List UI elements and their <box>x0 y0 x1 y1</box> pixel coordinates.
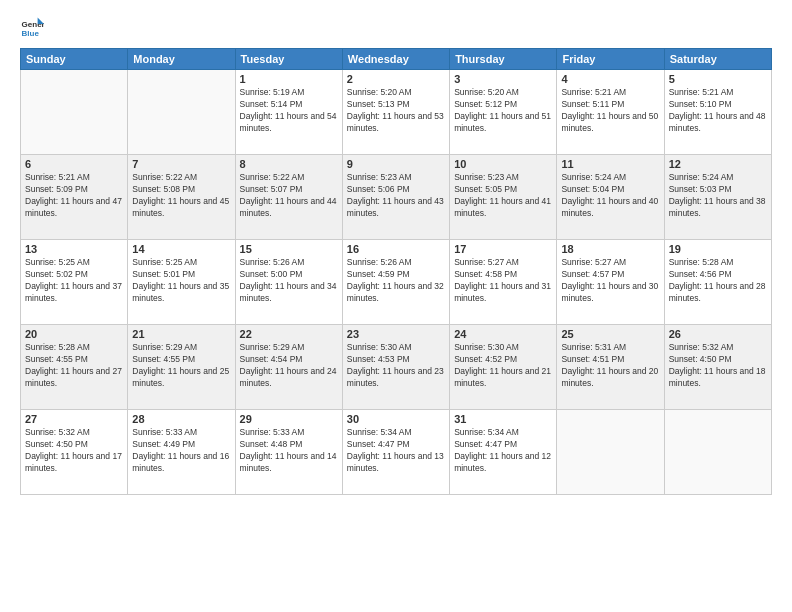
day-info: Sunrise: 5:27 AM Sunset: 4:58 PM Dayligh… <box>454 257 552 305</box>
day-number: 8 <box>240 158 338 170</box>
calendar-cell: 18Sunrise: 5:27 AM Sunset: 4:57 PM Dayli… <box>557 240 664 325</box>
day-info: Sunrise: 5:24 AM Sunset: 5:03 PM Dayligh… <box>669 172 767 220</box>
day-number: 9 <box>347 158 445 170</box>
calendar-week-row: 6Sunrise: 5:21 AM Sunset: 5:09 PM Daylig… <box>21 155 772 240</box>
calendar-table: SundayMondayTuesdayWednesdayThursdayFrid… <box>20 48 772 495</box>
calendar-cell: 25Sunrise: 5:31 AM Sunset: 4:51 PM Dayli… <box>557 325 664 410</box>
calendar-day-header: Sunday <box>21 49 128 70</box>
calendar-cell <box>664 410 771 495</box>
day-number: 25 <box>561 328 659 340</box>
calendar-cell: 20Sunrise: 5:28 AM Sunset: 4:55 PM Dayli… <box>21 325 128 410</box>
day-number: 27 <box>25 413 123 425</box>
day-info: Sunrise: 5:33 AM Sunset: 4:48 PM Dayligh… <box>240 427 338 475</box>
day-info: Sunrise: 5:33 AM Sunset: 4:49 PM Dayligh… <box>132 427 230 475</box>
calendar-cell: 26Sunrise: 5:32 AM Sunset: 4:50 PM Dayli… <box>664 325 771 410</box>
day-number: 28 <box>132 413 230 425</box>
day-info: Sunrise: 5:34 AM Sunset: 4:47 PM Dayligh… <box>454 427 552 475</box>
calendar-week-row: 20Sunrise: 5:28 AM Sunset: 4:55 PM Dayli… <box>21 325 772 410</box>
calendar-cell: 1Sunrise: 5:19 AM Sunset: 5:14 PM Daylig… <box>235 70 342 155</box>
day-info: Sunrise: 5:20 AM Sunset: 5:12 PM Dayligh… <box>454 87 552 135</box>
calendar-cell: 11Sunrise: 5:24 AM Sunset: 5:04 PM Dayli… <box>557 155 664 240</box>
day-number: 20 <box>25 328 123 340</box>
calendar-header-row: SundayMondayTuesdayWednesdayThursdayFrid… <box>21 49 772 70</box>
calendar-cell: 14Sunrise: 5:25 AM Sunset: 5:01 PM Dayli… <box>128 240 235 325</box>
day-number: 1 <box>240 73 338 85</box>
day-number: 30 <box>347 413 445 425</box>
day-info: Sunrise: 5:24 AM Sunset: 5:04 PM Dayligh… <box>561 172 659 220</box>
calendar-day-header: Tuesday <box>235 49 342 70</box>
day-number: 24 <box>454 328 552 340</box>
calendar-cell: 16Sunrise: 5:26 AM Sunset: 4:59 PM Dayli… <box>342 240 449 325</box>
day-info: Sunrise: 5:32 AM Sunset: 4:50 PM Dayligh… <box>25 427 123 475</box>
day-info: Sunrise: 5:26 AM Sunset: 5:00 PM Dayligh… <box>240 257 338 305</box>
day-info: Sunrise: 5:21 AM Sunset: 5:09 PM Dayligh… <box>25 172 123 220</box>
calendar-cell: 19Sunrise: 5:28 AM Sunset: 4:56 PM Dayli… <box>664 240 771 325</box>
calendar-cell: 21Sunrise: 5:29 AM Sunset: 4:55 PM Dayli… <box>128 325 235 410</box>
calendar-cell: 30Sunrise: 5:34 AM Sunset: 4:47 PM Dayli… <box>342 410 449 495</box>
day-number: 7 <box>132 158 230 170</box>
calendar-cell: 24Sunrise: 5:30 AM Sunset: 4:52 PM Dayli… <box>450 325 557 410</box>
day-number: 6 <box>25 158 123 170</box>
day-number: 4 <box>561 73 659 85</box>
day-info: Sunrise: 5:28 AM Sunset: 4:55 PM Dayligh… <box>25 342 123 390</box>
day-info: Sunrise: 5:25 AM Sunset: 5:02 PM Dayligh… <box>25 257 123 305</box>
calendar-cell: 4Sunrise: 5:21 AM Sunset: 5:11 PM Daylig… <box>557 70 664 155</box>
calendar-cell: 17Sunrise: 5:27 AM Sunset: 4:58 PM Dayli… <box>450 240 557 325</box>
calendar-cell: 8Sunrise: 5:22 AM Sunset: 5:07 PM Daylig… <box>235 155 342 240</box>
day-number: 29 <box>240 413 338 425</box>
calendar-week-row: 1Sunrise: 5:19 AM Sunset: 5:14 PM Daylig… <box>21 70 772 155</box>
logo: General Blue <box>20 16 44 40</box>
calendar-cell: 6Sunrise: 5:21 AM Sunset: 5:09 PM Daylig… <box>21 155 128 240</box>
day-number: 17 <box>454 243 552 255</box>
day-info: Sunrise: 5:27 AM Sunset: 4:57 PM Dayligh… <box>561 257 659 305</box>
calendar-cell: 13Sunrise: 5:25 AM Sunset: 5:02 PM Dayli… <box>21 240 128 325</box>
day-info: Sunrise: 5:30 AM Sunset: 4:53 PM Dayligh… <box>347 342 445 390</box>
calendar-cell: 28Sunrise: 5:33 AM Sunset: 4:49 PM Dayli… <box>128 410 235 495</box>
calendar-cell: 31Sunrise: 5:34 AM Sunset: 4:47 PM Dayli… <box>450 410 557 495</box>
day-number: 14 <box>132 243 230 255</box>
calendar-cell: 10Sunrise: 5:23 AM Sunset: 5:05 PM Dayli… <box>450 155 557 240</box>
calendar-cell: 15Sunrise: 5:26 AM Sunset: 5:00 PM Dayli… <box>235 240 342 325</box>
day-number: 10 <box>454 158 552 170</box>
day-number: 12 <box>669 158 767 170</box>
calendar-cell: 27Sunrise: 5:32 AM Sunset: 4:50 PM Dayli… <box>21 410 128 495</box>
day-number: 23 <box>347 328 445 340</box>
day-info: Sunrise: 5:31 AM Sunset: 4:51 PM Dayligh… <box>561 342 659 390</box>
day-info: Sunrise: 5:28 AM Sunset: 4:56 PM Dayligh… <box>669 257 767 305</box>
calendar-day-header: Friday <box>557 49 664 70</box>
day-number: 18 <box>561 243 659 255</box>
calendar-day-header: Thursday <box>450 49 557 70</box>
calendar-week-row: 13Sunrise: 5:25 AM Sunset: 5:02 PM Dayli… <box>21 240 772 325</box>
day-number: 11 <box>561 158 659 170</box>
day-number: 5 <box>669 73 767 85</box>
day-info: Sunrise: 5:23 AM Sunset: 5:05 PM Dayligh… <box>454 172 552 220</box>
day-number: 3 <box>454 73 552 85</box>
calendar-cell: 12Sunrise: 5:24 AM Sunset: 5:03 PM Dayli… <box>664 155 771 240</box>
day-number: 31 <box>454 413 552 425</box>
day-number: 13 <box>25 243 123 255</box>
calendar-day-header: Saturday <box>664 49 771 70</box>
calendar-cell: 22Sunrise: 5:29 AM Sunset: 4:54 PM Dayli… <box>235 325 342 410</box>
day-info: Sunrise: 5:29 AM Sunset: 4:54 PM Dayligh… <box>240 342 338 390</box>
day-info: Sunrise: 5:26 AM Sunset: 4:59 PM Dayligh… <box>347 257 445 305</box>
day-number: 21 <box>132 328 230 340</box>
day-info: Sunrise: 5:25 AM Sunset: 5:01 PM Dayligh… <box>132 257 230 305</box>
calendar-cell: 3Sunrise: 5:20 AM Sunset: 5:12 PM Daylig… <box>450 70 557 155</box>
calendar-cell <box>21 70 128 155</box>
day-info: Sunrise: 5:21 AM Sunset: 5:11 PM Dayligh… <box>561 87 659 135</box>
calendar-cell: 23Sunrise: 5:30 AM Sunset: 4:53 PM Dayli… <box>342 325 449 410</box>
day-info: Sunrise: 5:22 AM Sunset: 5:08 PM Dayligh… <box>132 172 230 220</box>
day-info: Sunrise: 5:22 AM Sunset: 5:07 PM Dayligh… <box>240 172 338 220</box>
day-info: Sunrise: 5:30 AM Sunset: 4:52 PM Dayligh… <box>454 342 552 390</box>
day-info: Sunrise: 5:19 AM Sunset: 5:14 PM Dayligh… <box>240 87 338 135</box>
calendar-day-header: Monday <box>128 49 235 70</box>
day-number: 26 <box>669 328 767 340</box>
svg-text:Blue: Blue <box>22 29 40 38</box>
day-info: Sunrise: 5:34 AM Sunset: 4:47 PM Dayligh… <box>347 427 445 475</box>
calendar-cell <box>128 70 235 155</box>
day-number: 19 <box>669 243 767 255</box>
day-number: 2 <box>347 73 445 85</box>
page-header: General Blue <box>20 16 772 40</box>
calendar-day-header: Wednesday <box>342 49 449 70</box>
day-info: Sunrise: 5:29 AM Sunset: 4:55 PM Dayligh… <box>132 342 230 390</box>
